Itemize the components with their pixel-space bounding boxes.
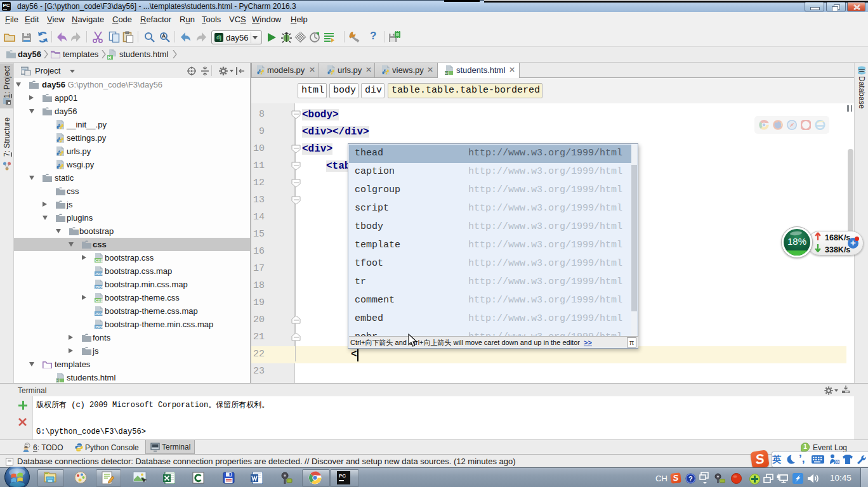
svg-text:?: ? [688, 475, 693, 483]
svg-text:H: H [108, 55, 111, 60]
svg-text:30: 30 [834, 460, 839, 464]
svg-text:PC: PC [339, 473, 346, 479]
